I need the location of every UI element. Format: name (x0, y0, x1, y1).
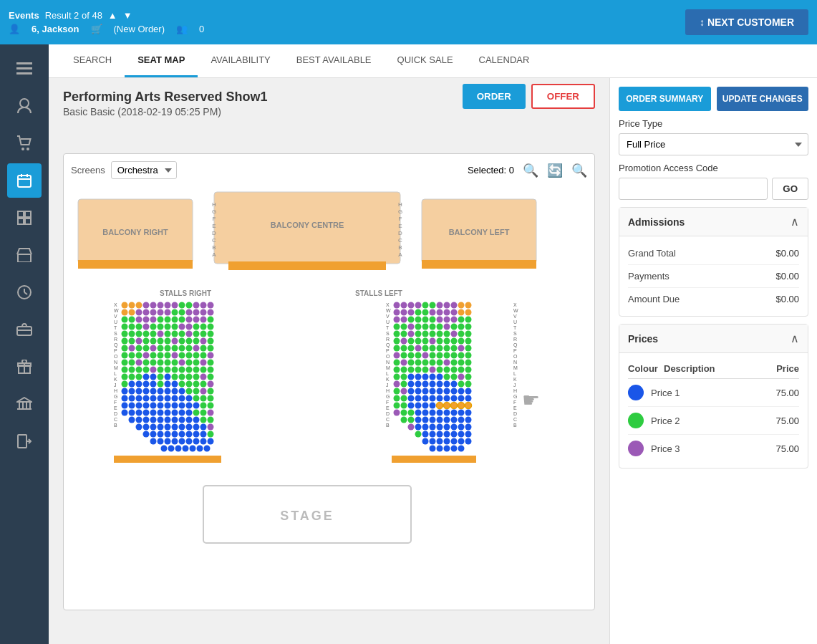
price-2-desc: Price 2 (651, 415, 763, 426)
svg-point-587 (422, 438, 429, 445)
svg-point-524 (451, 388, 458, 395)
svg-point-316 (165, 431, 171, 438)
svg-point-246 (179, 388, 185, 395)
sidebar-item-store[interactable] (7, 238, 42, 272)
svg-point-160 (122, 345, 128, 352)
svg-point-181 (179, 352, 185, 359)
sidebar-item-calendar[interactable] (7, 163, 42, 198)
svg-point-274 (193, 403, 200, 409)
svg-point-333 (168, 446, 175, 452)
svg-point-327 (179, 438, 185, 445)
svg-point-446 (444, 338, 450, 345)
sidebar-item-giftcard[interactable] (7, 312, 42, 347)
svg-point-132 (200, 324, 207, 330)
prices-table-header: Colour Description Price (628, 359, 799, 379)
svg-point-291 (136, 417, 142, 423)
svg-point-227 (136, 381, 142, 388)
svg-point-477 (430, 360, 436, 366)
next-customer-button[interactable]: ↕ NEXT CUSTOMER (685, 9, 808, 35)
svg-point-256 (158, 395, 164, 402)
svg-text:C: C (212, 237, 216, 244)
nav-down-icon[interactable]: ▼ (123, 10, 132, 21)
sidebar-item-gift[interactable] (7, 350, 42, 384)
tab-seatmap[interactable]: SEAT MAP (125, 44, 198, 77)
svg-point-95 (122, 309, 128, 316)
svg-point-278 (129, 410, 135, 416)
svg-text:N: N (513, 360, 517, 365)
sidebar-item-grid[interactable] (7, 201, 42, 235)
svg-point-541 (415, 403, 422, 409)
svg-text:W: W (114, 308, 119, 313)
svg-point-536 (458, 395, 465, 402)
prices-chevron-icon: ∧ (791, 332, 799, 345)
svg-point-279 (136, 410, 142, 416)
offer-button[interactable]: OFFER (531, 84, 595, 109)
go-button[interactable]: GO (772, 178, 808, 200)
admissions-header[interactable]: Admissions ∧ (619, 208, 808, 236)
svg-point-538 (394, 403, 400, 409)
sidebar-item-clock[interactable] (7, 275, 42, 309)
sidebar-item-bank[interactable] (7, 387, 42, 421)
svg-point-239 (129, 388, 135, 395)
svg-point-564 (430, 417, 436, 423)
seatmap-svg[interactable]: BALCONY RIGHT BALCONY CENTRE H G F E D (71, 185, 587, 602)
svg-point-580 (422, 431, 429, 438)
svg-point-5 (26, 148, 29, 150)
svg-point-134 (122, 331, 128, 337)
zoom-out-icon[interactable]: 🔍 (571, 163, 587, 178)
svg-point-133 (208, 324, 214, 330)
svg-point-115 (172, 317, 178, 323)
promo-input[interactable] (619, 178, 768, 200)
svg-point-520 (422, 388, 429, 395)
svg-point-418 (401, 324, 407, 330)
svg-text:E: E (513, 405, 517, 410)
order-summary-button[interactable]: ORDER SUMMARY (619, 87, 711, 111)
svg-point-425 (451, 324, 458, 330)
svg-point-192 (165, 360, 171, 366)
sidebar-item-menu[interactable] (7, 52, 42, 86)
svg-point-94 (208, 302, 214, 309)
svg-text:R: R (513, 337, 517, 342)
tab-availability[interactable]: AVAILABILITY (198, 44, 283, 77)
svg-text:A: A (212, 251, 216, 258)
svg-point-498 (422, 374, 429, 380)
svg-point-288 (200, 410, 207, 416)
svg-point-267 (143, 403, 150, 409)
svg-point-111 (143, 317, 150, 323)
tab-quick-sale[interactable]: QUICK SALE (385, 44, 466, 77)
prices-header[interactable]: Prices ∧ (619, 325, 808, 353)
order-button[interactable]: ORDER (463, 84, 526, 109)
svg-point-410 (422, 317, 429, 323)
svg-point-108 (122, 317, 128, 323)
svg-point-231 (165, 381, 171, 388)
svg-point-569 (465, 417, 472, 423)
zoom-in-icon[interactable]: 🔍 (523, 163, 538, 178)
svg-point-565 (437, 417, 443, 423)
svg-point-560 (401, 417, 407, 423)
svg-point-326 (172, 438, 178, 445)
svg-rect-2 (16, 72, 32, 75)
screen-select[interactable]: Orchestra (111, 161, 177, 179)
svg-point-170 (193, 345, 200, 352)
refresh-icon[interactable]: 🔄 (547, 163, 563, 178)
action-buttons: ORDER OFFER (463, 84, 595, 109)
tab-best-available[interactable]: BEST AVAILABLE (284, 44, 385, 77)
nav-up-icon[interactable]: ▲ (108, 10, 117, 21)
svg-text:D: D (212, 230, 216, 236)
sidebar-item-logout[interactable] (7, 424, 42, 458)
svg-point-403 (451, 309, 458, 316)
price-type-select[interactable]: Full Price (619, 133, 808, 155)
update-changes-button[interactable]: UPDATE CHANGES (717, 87, 809, 111)
svg-point-195 (186, 360, 193, 366)
svg-rect-1 (16, 67, 32, 69)
tab-calendar[interactable]: CALENDAR (466, 44, 543, 77)
svg-text:C: C (398, 237, 402, 244)
svg-text:D: D (513, 411, 517, 416)
svg-point-412 (437, 317, 443, 323)
seatmap-toolbar: Screens Orchestra Selected: 0 🔍 🔄 (71, 161, 587, 179)
svg-text:J: J (513, 383, 516, 388)
tab-search[interactable]: SEARCH (60, 44, 125, 77)
svg-text:D: D (398, 230, 402, 236)
sidebar-item-user[interactable] (7, 89, 42, 123)
sidebar-item-cart[interactable] (7, 126, 42, 160)
